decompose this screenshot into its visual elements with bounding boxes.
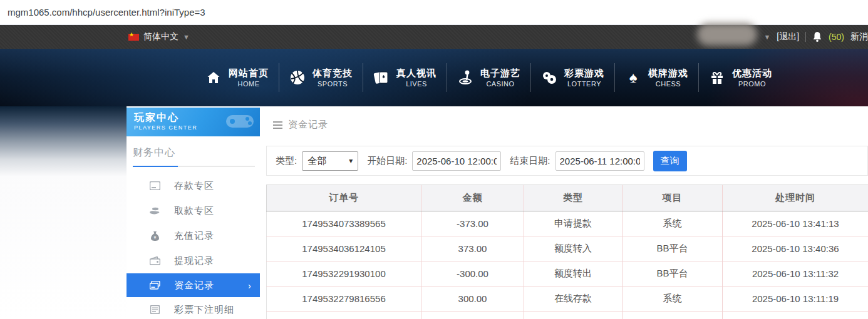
amount-cell: 373.00	[421, 236, 524, 261]
svg-text:¥: ¥	[153, 235, 156, 240]
chevron-down-icon[interactable]: ▼	[763, 33, 770, 41]
message-count-badge[interactable]: (50)	[829, 32, 844, 42]
money-bag-icon: ¥	[149, 231, 160, 241]
table-row: 1749534036124105 373.00 额度转入 BB平台 2025-0…	[267, 236, 868, 261]
time-cell: 2025-06-10 13:40:36	[723, 236, 868, 261]
order-no-cell: 1749532279816556	[267, 286, 421, 311]
main-navigation: 网站首页 HOME 体育竞技 SPORTS	[0, 49, 868, 106]
order-no-cell: 1749532291930100	[267, 261, 421, 286]
order-no-cell: 1749534036124105	[267, 236, 421, 261]
end-date-label: 结束日期:	[510, 155, 550, 167]
new-messages-link[interactable]: 新消息	[850, 31, 868, 43]
funds-cards-icon	[149, 281, 160, 290]
nav-item-lottery[interactable]: 彩票游戏 LOTTERY	[531, 67, 614, 88]
project-cell: 系统	[623, 286, 723, 311]
project-cell: BB平台	[623, 261, 723, 286]
language-selector[interactable]: ★ 简体中文 ▼	[128, 25, 190, 49]
column-header-amount: 金额	[421, 185, 524, 211]
filter-bar: 类型: 全部 ▾ 开始日期: 结束日期: 查询	[266, 146, 868, 176]
language-label: 简体中文	[143, 31, 178, 43]
deposit-card-icon	[149, 181, 160, 190]
sidebar-item-withdrawal-record[interactable]: 提现记录	[127, 248, 260, 273]
table-row: 1749534073389565 -373.00 申请提款 系统 2025-06…	[267, 211, 868, 236]
table-row: 1749532279816556 300.00 在线存款 系统 2025-06-…	[267, 286, 868, 311]
browser-url-bar[interactable]: mgm1065.com/hhcp/usercenter.html?iniType…	[0, 0, 868, 25]
page-url[interactable]: mgm1065.com/hhcp/usercenter.html?iniType…	[8, 7, 205, 18]
gamepad-icon	[224, 110, 256, 131]
sidebar-item-withdraw-zone[interactable]: 取款专区	[127, 198, 260, 223]
funds-record-table: 订单号 金额 类型 项目 处理时间 1749534073389565 -373.…	[266, 185, 868, 319]
column-header-type: 类型	[524, 185, 623, 211]
nav-item-home[interactable]: 网站首页 HOME	[195, 67, 279, 88]
nav-item-promo[interactable]: 优惠活动 PROMO	[699, 67, 782, 88]
table-row-partial	[267, 311, 868, 319]
chevron-right-icon: ›	[248, 280, 251, 291]
nav-item-sports[interactable]: 体育竞技 SPORTS	[279, 67, 363, 88]
project-cell: 系统	[623, 211, 723, 236]
gift-icon	[709, 69, 725, 86]
start-date-input[interactable]	[412, 151, 501, 171]
joystick-icon	[457, 69, 473, 86]
search-button[interactable]: 查询	[653, 151, 687, 171]
table-row: 1749532291930100 -300.00 额度转出 BB平台 2025-…	[267, 261, 868, 286]
sports-ball-icon	[289, 69, 306, 86]
china-flag-icon: ★	[128, 34, 139, 41]
type-select[interactable]: 全部 ▾	[302, 151, 358, 171]
hand-money-icon	[149, 206, 160, 215]
sidebar-item-lottery-bet-detail[interactable]: 彩票下注明细	[127, 297, 260, 319]
nav-item-chess[interactable]: ♠ 棋牌游戏 CHESS	[615, 67, 698, 88]
logout-button[interactable]: [退出]	[777, 31, 799, 43]
players-center-header: 玩家中心 PLAYERS CENTER	[127, 108, 260, 136]
order-no-cell: 1749534073389565	[267, 211, 421, 236]
bell-icon[interactable]	[812, 31, 822, 43]
chevron-down-icon: ▼	[183, 33, 190, 41]
sidebar-item-recharge-record[interactable]: ¥ 充值记录	[127, 223, 260, 248]
type-label: 类型:	[276, 155, 297, 167]
time-cell: 2025-06-10 13:41:13	[723, 211, 868, 236]
wallet-icon	[149, 256, 160, 265]
column-header-order-no: 订单号	[267, 185, 421, 211]
top-account-bar: ★ 简体中文 ▼ ▼ [退出] (50) 新消息	[0, 25, 868, 49]
divider	[805, 32, 806, 42]
time-cell: 2025-06-10 13:11:32	[723, 261, 868, 286]
type-cell: 申请提款	[524, 211, 623, 236]
nav-item-casino[interactable]: 电子游艺 CASINO	[447, 67, 530, 88]
sidebar-item-deposit-zone[interactable]: 存款专区	[127, 173, 260, 198]
table-header-row: 订单号 金额 类型 项目 处理时间	[267, 185, 868, 211]
home-icon	[205, 69, 222, 86]
divider	[133, 166, 255, 167]
sidebar: 玩家中心 PLAYERS CENTER 财务中心 存款专区 取款专区 ¥ 充值记	[127, 108, 260, 319]
main-content: 资金记录 类型: 全部 ▾ 开始日期: 结束日期: 查询 订单号 金额 类型 项…	[260, 106, 868, 319]
project-cell: BB平台	[623, 236, 723, 261]
column-header-project: 项目	[623, 185, 723, 211]
hamburger-icon	[273, 121, 282, 129]
column-header-time: 处理时间	[723, 185, 868, 211]
amount-cell: 300.00	[421, 286, 524, 311]
breadcrumb: 资金记录	[260, 106, 868, 131]
playing-cards-icon	[373, 69, 390, 86]
type-cell: 额度转出	[524, 261, 623, 286]
time-cell: 2025-06-10 13:11:19	[723, 286, 868, 311]
chevron-down-icon: ▾	[349, 156, 353, 165]
amount-cell: -300.00	[421, 261, 524, 286]
username-blurred[interactable]	[697, 23, 757, 46]
end-date-input[interactable]	[555, 151, 644, 171]
sidebar-item-funds-record[interactable]: 资金记录 ›	[127, 273, 260, 297]
page-background-fade	[0, 106, 127, 319]
list-document-icon	[149, 305, 160, 314]
nav-item-lives[interactable]: 真人视讯 LIVES	[363, 67, 447, 88]
finance-center-title: 财务中心	[133, 146, 255, 166]
amount-cell: -373.00	[421, 211, 524, 236]
start-date-label: 开始日期:	[367, 155, 407, 167]
lottery-balls-icon	[541, 69, 557, 86]
type-cell: 额度转入	[524, 236, 623, 261]
page-title: 资金记录	[288, 119, 328, 131]
spade-icon: ♠	[625, 69, 641, 86]
type-cell: 在线存款	[524, 286, 623, 311]
